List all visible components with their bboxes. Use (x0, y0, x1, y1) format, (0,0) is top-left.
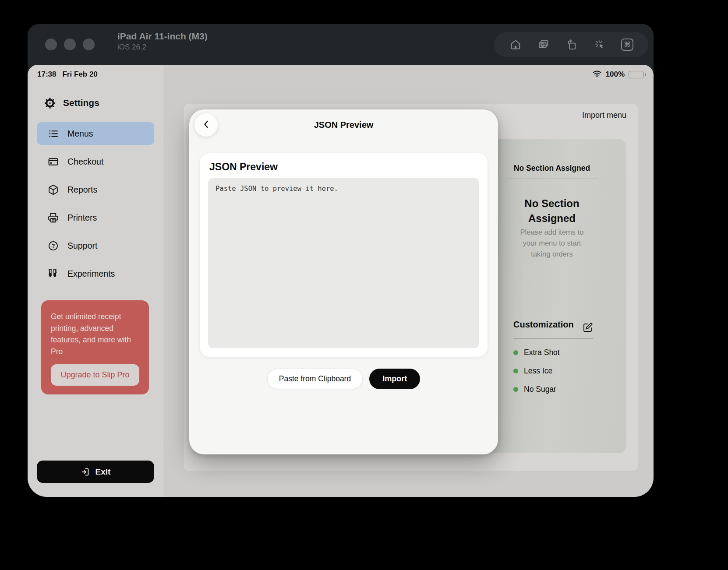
option-bullet-icon (513, 350, 518, 355)
sidebar-item-reports[interactable]: Reports (37, 178, 154, 201)
json-preview-card-title: JSON Preview (209, 161, 278, 173)
section-panel: No Section Assigned No Section Assigned … (477, 139, 626, 453)
json-preview-card: JSON Preview (200, 153, 488, 357)
list-icon (47, 128, 59, 139)
sidebar-item-label: Checkout (67, 157, 103, 167)
simulator-toolbar: ⌘ (494, 32, 648, 57)
sidebar-item-experiments[interactable]: Experiments (37, 262, 154, 285)
sidebar-item-label: Support (67, 241, 97, 251)
command-key-icon[interactable]: ⌘ (621, 39, 633, 51)
modal-actions: Paste from Clipboard Import (189, 369, 498, 389)
customization-title: Customization (513, 319, 566, 330)
option-label: Less Ice (524, 366, 552, 376)
credit-card-icon (47, 156, 59, 167)
rotate-device-icon[interactable] (565, 38, 578, 51)
window-controls (45, 39, 95, 50)
option-bullet-icon (513, 369, 518, 373)
svg-text:?: ? (51, 243, 55, 249)
sidebar-item-printers[interactable]: Printers (37, 206, 154, 229)
import-menu-button[interactable]: Import menu (582, 111, 626, 120)
option-label: No Sugar (524, 385, 556, 394)
exit-button[interactable]: Exit (37, 461, 154, 483)
status-time: 17:38 (37, 70, 56, 78)
sidebar: 17:38Fri Feb 20 Settings Menus (28, 65, 163, 497)
simulator-titlebar: iPad Air 11-inch (M3) iOS 26.2 ⌘ (28, 24, 654, 65)
wifi-icon (592, 70, 602, 79)
edit-icon[interactable] (583, 322, 593, 333)
section-tab-divider (506, 179, 598, 179)
modal-title: JSON Preview (189, 120, 498, 130)
battery-full-icon (629, 71, 644, 78)
status-date: Fri Feb 20 (62, 70, 97, 78)
customization-option: Less Ice (513, 366, 593, 376)
customization-section: Customization Extra Shot (513, 319, 593, 394)
main-content: 100% Import menu No Section Assigned No … (163, 65, 654, 497)
status-bar-right: 100% (592, 70, 644, 79)
pointer-click-icon[interactable] (593, 38, 606, 51)
sidebar-header-label: Settings (63, 98, 99, 108)
sidebar-item-menus[interactable]: Menus (37, 122, 154, 145)
sidebar-item-label: Menus (67, 129, 93, 139)
customization-option: No Sugar (513, 385, 593, 394)
paste-from-clipboard-button[interactable]: Paste from Clipboard (267, 369, 363, 389)
screenshot-root: iPad Air 11-inch (M3) iOS 26.2 ⌘ (0, 0, 728, 570)
customization-divider (513, 338, 593, 339)
empty-state-title: No Section Assigned (515, 196, 589, 226)
status-bar-left: 17:38Fri Feb 20 (37, 70, 98, 79)
exit-button-label: Exit (95, 467, 111, 477)
simulator-subtitle: iOS 26.2 (117, 42, 208, 53)
customization-option: Extra Shot (513, 348, 593, 357)
gear-icon (44, 97, 56, 109)
empty-state-message: Please add items to your menu to start t… (514, 227, 590, 259)
sidebar-item-label: Reports (67, 185, 97, 195)
sidebar-item-label: Experiments (67, 269, 115, 279)
customization-header: Customization (513, 319, 593, 333)
window-zoom-dot[interactable] (83, 39, 95, 50)
screenshot-camera-icon[interactable] (537, 38, 550, 51)
exit-icon (81, 467, 90, 477)
option-bullet-icon (513, 387, 518, 392)
import-button[interactable]: Import (369, 369, 420, 389)
sidebar-item-label: Printers (67, 213, 97, 223)
help-circle-icon: ? (47, 240, 59, 251)
simulator-title-block: iPad Air 11-inch (M3) iOS 26.2 (117, 30, 208, 53)
sidebar-item-checkout[interactable]: Checkout (37, 150, 154, 173)
pro-promo-card: Get unlimited receipt printing, advanced… (41, 300, 149, 394)
section-tab[interactable]: No Section Assigned (477, 164, 626, 173)
sidebar-nav: Menus Checkout Reports (37, 122, 154, 290)
json-preview-modal: JSON Preview JSON Preview Paste from Cli… (189, 109, 498, 454)
window-minimize-dot[interactable] (64, 39, 76, 50)
sidebar-header: Settings (44, 97, 99, 109)
simulator-title: iPad Air 11-inch (M3) (117, 30, 208, 42)
battery-percentage: 100% (606, 70, 625, 79)
home-icon[interactable] (509, 38, 522, 51)
sidebar-item-support[interactable]: ? Support (37, 234, 154, 257)
upgrade-to-pro-button[interactable]: Upgrade to Slip Pro (51, 364, 139, 385)
package-icon (47, 184, 59, 195)
simulator-window: iPad Air 11-inch (M3) iOS 26.2 ⌘ (28, 24, 654, 497)
printer-icon (47, 212, 59, 223)
pro-promo-text: Get unlimited receipt printing, advanced… (51, 311, 139, 357)
test-tubes-icon (47, 268, 59, 279)
ipad-screen: 17:38Fri Feb 20 Settings Menus (28, 65, 654, 497)
window-close-dot[interactable] (45, 39, 57, 50)
json-input[interactable] (208, 178, 479, 348)
option-label: Extra Shot (524, 348, 560, 357)
